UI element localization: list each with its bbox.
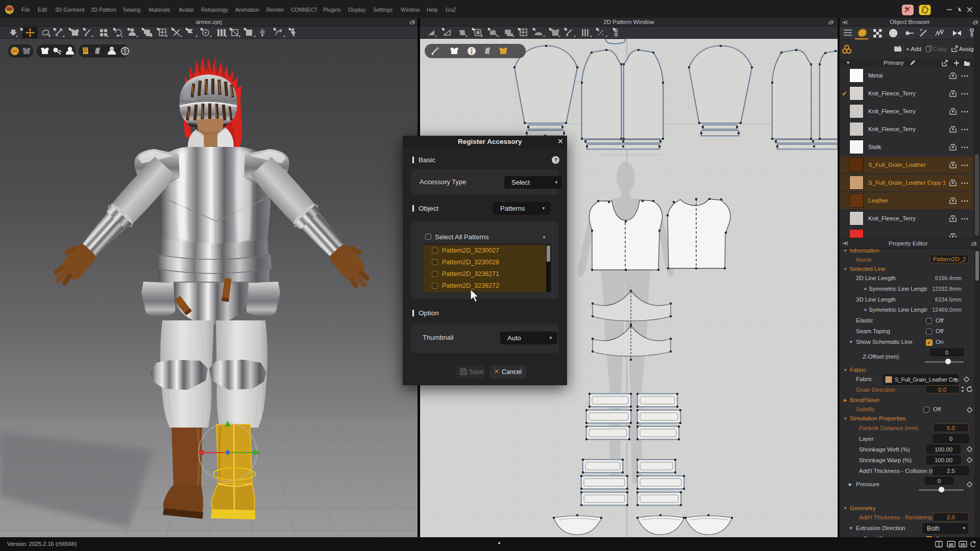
- svg-text:3D: 3D: [949, 542, 954, 547]
- svg-text:?: ?: [554, 157, 558, 163]
- svg-text:2D: 2D: [961, 542, 966, 547]
